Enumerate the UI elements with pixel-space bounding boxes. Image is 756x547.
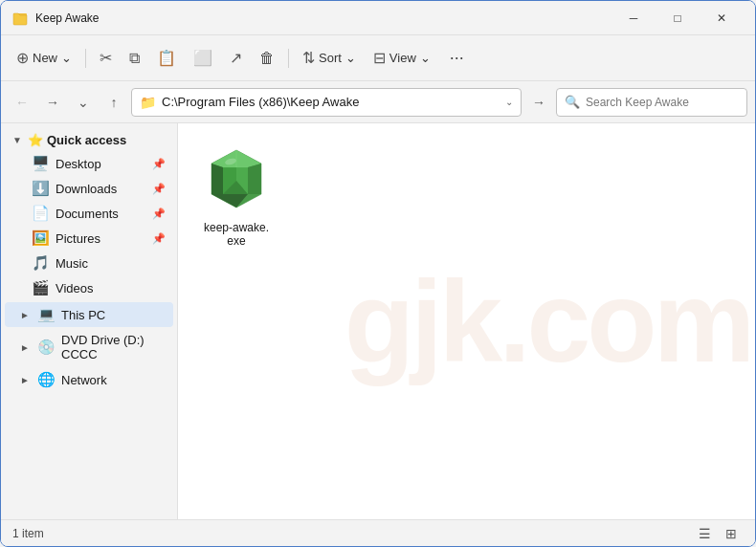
sort-button[interactable]: ⇅ Sort ⌄ xyxy=(295,42,364,75)
go-button[interactable]: → xyxy=(525,89,552,116)
address-bar-input-wrap: 📁 ⌄ xyxy=(131,88,522,117)
documents-icon: 📄 xyxy=(32,205,50,222)
quick-access-expand-icon: ▼ xyxy=(11,135,24,145)
sidebar-downloads-label: Downloads xyxy=(56,182,146,196)
quick-access-star-icon: ⭐ xyxy=(28,133,43,147)
toolbar: ⊕ New ⌄ ✂ ⧉ 📋 ⬜ ↗ 🗑 ⇅ Sort ⌄ ⊟ xyxy=(1,35,755,81)
this-pc-icon: 💻 xyxy=(37,306,56,323)
quick-access-header[interactable]: ▼ ⭐ Quick access xyxy=(5,129,173,151)
view-button[interactable]: ⊟ View ⌄ xyxy=(366,42,438,75)
minimize-button[interactable]: ─ xyxy=(611,1,656,35)
videos-icon: 🎬 xyxy=(32,279,50,296)
pictures-icon: 🖼️ xyxy=(32,230,50,247)
sidebar-desktop-label: Desktop xyxy=(56,157,146,171)
new-chevron: ⌄ xyxy=(61,51,72,65)
file-item-keep-awake[interactable]: keep-awake.exe xyxy=(193,139,279,255)
sidebar-item-downloads[interactable]: ⬇️ Downloads 📌 xyxy=(5,176,173,201)
title-bar-controls: ─ □ ✕ xyxy=(611,1,744,35)
title-bar: Keep Awake ─ □ ✕ xyxy=(1,1,755,35)
share-icon: ↗ xyxy=(230,49,242,67)
address-chevron-icon[interactable]: ⌄ xyxy=(505,97,513,107)
sidebar-item-desktop[interactable]: 🖥️ Desktop 📌 xyxy=(5,151,173,176)
close-button[interactable]: ✕ xyxy=(700,1,744,35)
title-bar-icon xyxy=(12,11,28,26)
delete-icon: 🗑 xyxy=(259,50,275,67)
window-title: Keep Awake xyxy=(35,11,611,25)
address-folder-icon: 📁 xyxy=(140,95,156,110)
sidebar-documents-label: Documents xyxy=(56,207,146,221)
music-icon: 🎵 xyxy=(32,254,50,272)
maximize-button[interactable]: □ xyxy=(656,1,700,35)
svg-marker-4 xyxy=(211,164,223,194)
pin-icon-desktop: 📌 xyxy=(152,158,166,170)
sidebar-music-label: Music xyxy=(56,256,166,271)
address-input[interactable] xyxy=(162,95,500,109)
recent-locations-button[interactable]: ⌄ xyxy=(70,89,97,116)
sidebar-item-this-pc[interactable]: ► 💻 This PC xyxy=(5,302,173,327)
sidebar-item-music[interactable]: 🎵 Music xyxy=(5,251,173,275)
sidebar: ▼ ⭐ Quick access 🖥️ Desktop 📌 ⬇️ Downloa… xyxy=(1,123,178,519)
sidebar-item-network[interactable]: ► 🌐 Network xyxy=(5,367,173,392)
quick-access-label: Quick access xyxy=(47,133,126,147)
sort-icon: ⇅ xyxy=(302,49,315,67)
view-icon: ⊟ xyxy=(373,49,386,67)
more-button[interactable]: ··· xyxy=(440,42,474,75)
network-icon: 🌐 xyxy=(37,371,56,388)
grid-view-icon: ⊞ xyxy=(725,526,737,541)
paste-button[interactable]: 📋 xyxy=(149,42,184,75)
up-button[interactable]: ↑ xyxy=(100,89,127,116)
more-icon: ··· xyxy=(450,48,464,68)
pin-icon-pictures: 📌 xyxy=(152,232,166,245)
new-label: New xyxy=(33,51,57,65)
share-button[interactable]: ↗ xyxy=(222,42,250,75)
address-bar: ← → ⌄ ↑ 📁 ⌄ → 🔍 xyxy=(1,81,755,123)
forward-button[interactable]: → xyxy=(39,89,66,116)
network-section: ► 🌐 Network xyxy=(1,367,177,392)
status-count: 1 item xyxy=(12,527,44,540)
svg-marker-5 xyxy=(248,164,261,194)
sidebar-item-dvd-drive[interactable]: ► 💿 DVD Drive (D:) CCCC xyxy=(5,329,173,365)
grid-view-button[interactable]: ⊞ xyxy=(719,523,744,544)
view-chevron: ⌄ xyxy=(420,51,431,65)
dvd-expand-icon: ► xyxy=(18,342,32,353)
list-view-button[interactable]: ☰ xyxy=(692,523,717,544)
cut-button[interactable]: ✂ xyxy=(92,42,120,75)
sidebar-item-documents[interactable]: 📄 Documents 📌 xyxy=(5,201,173,226)
downloads-icon: ⬇️ xyxy=(32,180,50,197)
search-box: 🔍 xyxy=(556,88,747,117)
sidebar-item-pictures[interactable]: 🖼️ Pictures 📌 xyxy=(5,226,173,251)
this-pc-section: ► 💻 This PC xyxy=(1,302,177,327)
rename-button[interactable]: ⬜ xyxy=(186,42,220,75)
pin-icon-documents: 📌 xyxy=(152,208,166,220)
new-button[interactable]: ⊕ New ⌄ xyxy=(9,42,79,75)
network-expand-icon: ► xyxy=(18,375,32,385)
view-label: View xyxy=(389,51,416,65)
status-bar: 1 item ☰ ⊞ xyxy=(1,519,755,546)
rename-icon: ⬜ xyxy=(193,49,212,67)
window: Keep Awake ─ □ ✕ ⊕ New ⌄ ✂ ⧉ 📋 ⬜ ↗ xyxy=(0,0,756,547)
content-area: gjk.com xyxy=(178,123,755,519)
paste-icon: 📋 xyxy=(157,49,176,67)
watermark: gjk.com xyxy=(345,255,751,387)
dvd-drive-section: ► 💿 DVD Drive (D:) CCCC xyxy=(1,329,177,365)
plus-icon: ⊕ xyxy=(16,49,29,67)
search-icon: 🔍 xyxy=(565,95,580,109)
list-view-icon: ☰ xyxy=(699,526,711,541)
this-pc-expand-icon: ► xyxy=(18,310,32,320)
copy-icon: ⧉ xyxy=(129,50,140,67)
sort-chevron: ⌄ xyxy=(345,51,356,65)
sort-label: Sort xyxy=(319,51,342,65)
quick-access-section: ▼ ⭐ Quick access 🖥️ Desktop 📌 ⬇️ Downloa… xyxy=(1,129,177,300)
back-button[interactable]: ← xyxy=(9,89,35,116)
dvd-drive-icon: 💿 xyxy=(37,339,56,356)
delete-button[interactable]: 🗑 xyxy=(252,42,282,75)
desktop-icon: 🖥️ xyxy=(32,155,50,172)
copy-button[interactable]: ⧉ xyxy=(122,42,147,75)
sidebar-dvd-label: DVD Drive (D:) CCCC xyxy=(61,333,166,361)
sidebar-videos-label: Videos xyxy=(56,281,166,295)
sidebar-pictures-label: Pictures xyxy=(56,231,146,246)
sidebar-item-videos[interactable]: 🎬 Videos xyxy=(5,275,173,300)
search-input[interactable] xyxy=(586,96,739,109)
sidebar-network-label: Network xyxy=(61,373,166,387)
file-name-label: keep-awake.exe xyxy=(201,221,272,248)
